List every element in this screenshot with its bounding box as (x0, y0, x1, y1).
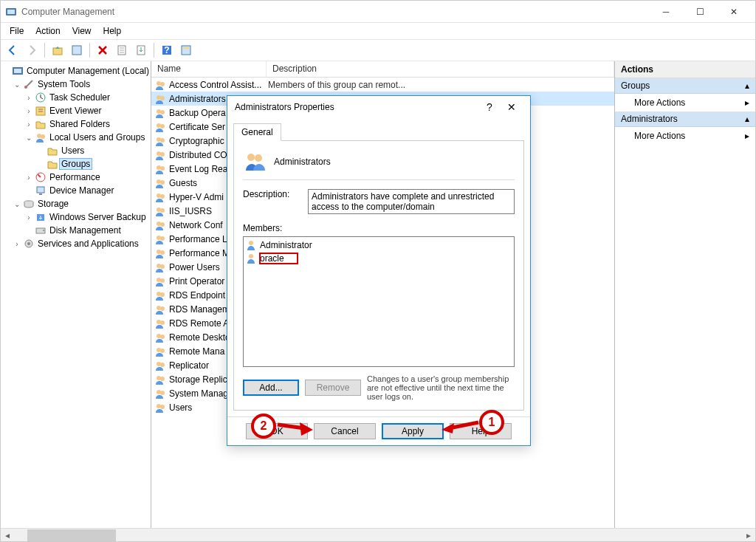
scroll-left-icon[interactable]: ◂ (1, 529, 14, 542)
add-button[interactable]: Add... (243, 380, 299, 396)
scroll-right-icon[interactable]: ▸ (742, 529, 755, 542)
svg-point-39 (160, 166, 165, 171)
tree-icon (23, 78, 35, 90)
tree-icon (35, 118, 47, 130)
maximize-button[interactable]: ☐ (683, 1, 717, 23)
expand-icon[interactable]: › (24, 120, 33, 128)
actions-section-groups[interactable]: Groups ▴ (615, 78, 755, 94)
tree-label: Performance (48, 172, 102, 182)
svg-point-68 (157, 376, 161, 380)
up-button[interactable] (49, 41, 66, 59)
tree-item[interactable]: ⌄System Tools (1, 78, 151, 91)
help-button[interactable]: ? (158, 41, 176, 59)
expand-icon[interactable]: › (24, 174, 33, 182)
scroll-thumb[interactable] (27, 529, 116, 541)
tree-item[interactable]: ⌄Local Users and Groups (1, 131, 151, 144)
tree-label: Device Manager (48, 185, 115, 196)
app-icon (5, 6, 17, 18)
tree-item[interactable]: ⌄Storage (1, 197, 151, 210)
user-icon (245, 253, 257, 264)
svg-rect-11 (14, 69, 21, 73)
tree-item[interactable]: Users (1, 144, 151, 157)
list-row[interactable]: Access Control Assist...Members of this … (151, 78, 614, 92)
tree-item[interactable]: Groups (1, 157, 151, 171)
svg-point-55 (160, 278, 165, 283)
back-button[interactable] (4, 41, 21, 59)
column-description[interactable]: Description (267, 61, 614, 77)
expand-icon[interactable]: ⌄ (13, 80, 21, 89)
window-title: Computer Management (21, 7, 649, 17)
tree-item[interactable]: Disk Management (1, 224, 151, 237)
membership-note: Changes to a user's group membership are… (367, 374, 515, 401)
tree-item[interactable]: ›Task Scheduler (1, 91, 151, 104)
group-icon (154, 360, 166, 371)
group-icon (154, 374, 166, 385)
menu-view[interactable]: View (66, 24, 97, 38)
cancel-button[interactable]: Cancel (314, 423, 376, 439)
group-icon (154, 149, 166, 161)
close-button[interactable]: ✕ (717, 1, 751, 23)
svg-point-23 (43, 230, 44, 231)
tree-item[interactable]: ›Event Viewer (1, 104, 151, 117)
view-button[interactable] (177, 41, 195, 59)
expand-icon[interactable]: › (24, 107, 33, 115)
svg-point-56 (157, 292, 161, 296)
expand-icon[interactable]: › (24, 94, 33, 102)
actions-more-groups[interactable]: More Actions ▸ (615, 94, 755, 112)
actions-more-administrators[interactable]: More Actions ▸ (615, 127, 755, 145)
expand-icon[interactable]: › (24, 213, 33, 222)
delete-button[interactable] (94, 41, 111, 59)
group-icon (154, 303, 166, 315)
svg-point-26 (157, 81, 161, 86)
column-name[interactable]: Name (151, 61, 267, 77)
export-button[interactable] (132, 41, 150, 59)
dialog-close-icon[interactable]: ✕ (501, 101, 523, 113)
svg-point-35 (160, 138, 165, 143)
tree-item[interactable]: Computer Management (Local) (1, 64, 151, 78)
svg-point-63 (160, 335, 165, 339)
expand-icon[interactable]: › (13, 240, 21, 248)
group-icon (154, 93, 166, 105)
svg-point-15 (37, 134, 41, 138)
actions-section-administrators[interactable]: Administrators ▴ (615, 112, 755, 127)
properties-button[interactable] (68, 41, 86, 59)
remove-button[interactable]: Remove (305, 380, 361, 396)
group-icon (154, 318, 166, 329)
tree-label: Local Users and Groups (48, 132, 146, 143)
chevron-right-icon: ▸ (745, 131, 749, 141)
member-row[interactable]: oracle (245, 252, 512, 265)
dialog-help-icon[interactable]: ? (478, 101, 501, 113)
group-icon (154, 135, 166, 147)
svg-point-58 (157, 306, 161, 310)
expand-icon[interactable]: ⌄ (13, 200, 21, 208)
svg-point-70 (157, 390, 161, 394)
forward-button[interactable] (23, 41, 41, 59)
refresh-button[interactable] (113, 41, 131, 59)
tree-item[interactable]: ›Performance (1, 171, 151, 184)
svg-point-27 (160, 82, 165, 86)
tree-item[interactable]: ›Windows Server Backup (1, 210, 151, 224)
minimize-button[interactable]: ─ (649, 1, 683, 23)
expand-icon[interactable]: ⌄ (24, 134, 33, 142)
menu-help[interactable]: Help (97, 24, 128, 38)
menu-action[interactable]: Action (30, 24, 66, 38)
tree-item[interactable]: ›Shared Folders (1, 117, 151, 131)
dialog-heading: Administrators (274, 157, 331, 167)
svg-point-31 (160, 110, 165, 114)
members-listbox[interactable]: Administratororacle (243, 236, 515, 367)
description-field[interactable]: Administrators have complete and unrestr… (308, 189, 515, 214)
tree-item[interactable]: ›Services and Applications (1, 237, 151, 250)
tree-item[interactable]: Device Manager (1, 184, 151, 197)
menu-file[interactable]: File (4, 24, 30, 38)
member-row[interactable]: Administrator (245, 239, 512, 252)
tab-general[interactable]: General (233, 123, 281, 141)
annotation-step-1: 1 (479, 410, 504, 435)
administrators-properties-dialog: Administrators Properties ? ✕ General Ad… (227, 95, 531, 446)
horizontal-scrollbar[interactable]: ◂ ▸ (1, 528, 755, 541)
svg-point-47 (160, 222, 165, 227)
svg-point-52 (157, 264, 161, 268)
tree-label: Computer Management (Local) (25, 66, 151, 76)
list-header: Name Description (151, 61, 614, 78)
svg-rect-8 (182, 46, 190, 55)
apply-button[interactable]: Apply (382, 423, 444, 439)
